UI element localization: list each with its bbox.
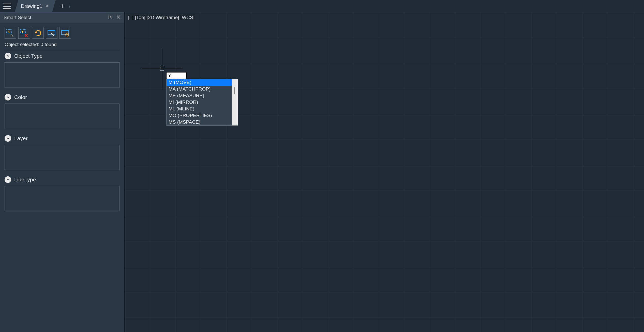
section-color: Color xyxy=(5,94,119,129)
svg-rect-5 xyxy=(62,30,69,31)
viewport-label[interactable]: [–] [Top] [2D Wireframe] [WCS] xyxy=(128,15,194,20)
autocomplete-item[interactable]: MO (PROPERTIES) xyxy=(167,112,232,119)
hamburger-line-icon xyxy=(3,4,11,4)
hamburger-line-icon xyxy=(3,8,11,9)
section-header[interactable]: LineType xyxy=(5,176,119,183)
autocomplete-item[interactable]: MS (MSPACE) xyxy=(167,119,232,125)
selection-status: Object selected: 0 found xyxy=(5,42,119,47)
panel-toolbar xyxy=(5,27,119,39)
chevron-up-icon xyxy=(5,53,11,59)
tab-bar: Drawing1 × + / xyxy=(0,0,644,12)
autocomplete-item[interactable]: MI (MIRROR) xyxy=(167,99,232,106)
autocomplete-list: M (MOVE) MA (MATCHPROP) ME (MEASURE) MI … xyxy=(167,79,232,125)
refresh-button[interactable] xyxy=(32,27,44,39)
autocomplete-item[interactable]: ML (MLINE) xyxy=(167,106,232,112)
tab-label: Drawing1 xyxy=(21,3,42,9)
autocomplete-item[interactable]: ME (MEASURE) xyxy=(167,92,232,99)
section-header[interactable]: Object Type xyxy=(5,53,119,59)
workspace: Smart Select xyxy=(0,12,644,332)
autocomplete-scrollbar[interactable] xyxy=(232,79,238,125)
layer-list[interactable] xyxy=(5,145,119,170)
autocomplete-item[interactable]: MA (MATCHPROP) xyxy=(167,86,232,92)
pick-on-screen-button[interactable] xyxy=(46,27,57,39)
smart-select-panel: Smart Select xyxy=(0,12,125,332)
text-caret-icon xyxy=(172,73,172,78)
drawing-canvas[interactable]: [–] [Top] [2D Wireframe] [WCS] m M (MOVE… xyxy=(125,12,644,332)
section-label: Color xyxy=(14,94,27,100)
section-label: Layer xyxy=(14,135,28,141)
close-icon[interactable] xyxy=(116,15,121,20)
section-linetype: LineType xyxy=(5,176,119,211)
section-layer: Layer xyxy=(5,135,119,170)
command-autocomplete: M (MOVE) MA (MATCHPROP) ME (MEASURE) MI … xyxy=(166,79,238,126)
settings-button[interactable] xyxy=(59,27,71,39)
command-input[interactable]: m xyxy=(166,72,187,79)
object-type-list[interactable] xyxy=(5,62,119,88)
divider xyxy=(5,50,119,50)
panel-body: Object selected: 0 found Object Type Col… xyxy=(0,23,124,220)
chevron-up-icon xyxy=(5,135,11,142)
chevron-up-icon xyxy=(5,176,11,183)
section-label: LineType xyxy=(14,177,36,183)
section-label: Object Type xyxy=(14,53,43,59)
chevron-up-icon xyxy=(5,94,11,100)
filter-clear-button[interactable] xyxy=(18,27,30,39)
linetype-list[interactable] xyxy=(5,186,119,211)
autocomplete-item[interactable]: M (MOVE) xyxy=(167,79,232,86)
close-icon[interactable]: × xyxy=(45,4,48,9)
app-menu-button[interactable] xyxy=(2,1,12,11)
section-header[interactable]: Color xyxy=(5,94,119,100)
crosshair-pickbox-icon xyxy=(160,67,164,71)
hamburger-line-icon xyxy=(3,6,11,7)
section-object-type: Object Type xyxy=(5,53,119,88)
autohide-icon[interactable] xyxy=(108,15,113,20)
svg-rect-3 xyxy=(48,30,55,31)
panel-header: Smart Select xyxy=(0,12,124,23)
tab-overflow-icon: / xyxy=(69,3,70,9)
filter-select-button[interactable] xyxy=(5,27,16,39)
new-tab-button[interactable]: + xyxy=(58,2,66,10)
svg-point-7 xyxy=(67,34,68,35)
document-tab-active[interactable]: Drawing1 × xyxy=(15,0,56,12)
section-header[interactable]: Layer xyxy=(5,135,119,142)
command-input-value: m xyxy=(168,73,171,78)
scrollbar-thumb-icon[interactable] xyxy=(234,87,235,94)
color-list[interactable] xyxy=(5,104,119,129)
panel-title: Smart Select xyxy=(4,15,31,20)
